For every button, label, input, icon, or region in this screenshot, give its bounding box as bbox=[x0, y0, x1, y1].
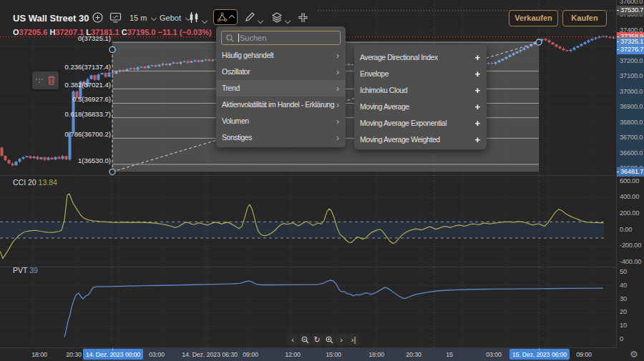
price-tag: 37276.7 bbox=[617, 45, 644, 54]
add-indicator-icon[interactable]: + bbox=[474, 118, 480, 129]
cci-axis-label: 600.00 bbox=[620, 177, 639, 184]
time-axis-label: 20:30 bbox=[406, 351, 421, 358]
pvt-label: PVT 39 bbox=[13, 266, 38, 275]
symbol-title: US Wall Street 30 bbox=[13, 13, 89, 24]
submenu-item-moving-average-weighted[interactable]: Moving Average Weighted+ bbox=[354, 132, 487, 148]
time-axis[interactable]: 18:0020:3003:0014. Dez. 202306:3009:0012… bbox=[0, 348, 644, 361]
date-tag: 14. Dez. 202300:00 bbox=[83, 349, 143, 360]
price-axis[interactable]: 37600.037500.037400.037200.037100.037000… bbox=[617, 0, 644, 348]
pvt-axis-label: 20 bbox=[620, 308, 627, 315]
cci-axis-label: -200.00 bbox=[620, 242, 641, 249]
price-axis-label: 37100.0 bbox=[620, 72, 643, 79]
draw-caret[interactable] bbox=[258, 14, 263, 26]
trading-app: US Wall Street 30 15 m Gebot O37205.6 H3… bbox=[0, 0, 644, 361]
nav-forward-button[interactable]: › bbox=[336, 334, 347, 345]
menu-item-volumen[interactable]: Volumen› bbox=[216, 113, 346, 129]
axis-tick bbox=[112, 348, 113, 351]
menu-item-h-ufig-gehandelt[interactable]: Häufig gehandelt› bbox=[216, 47, 346, 64]
time-axis-label: 12:00 bbox=[285, 351, 301, 358]
fib-level-label: 0.382(37021.4) bbox=[4, 81, 111, 89]
layers-icon bbox=[271, 11, 283, 23]
fib-level-label: 0(37325.1) bbox=[4, 34, 111, 42]
chevron-right-icon: › bbox=[336, 51, 339, 61]
price-axis-label: 36700.0 bbox=[620, 134, 643, 141]
indicators-icon bbox=[217, 12, 228, 22]
pvt-axis-label: 0 bbox=[620, 335, 623, 342]
candles-icon bbox=[188, 11, 200, 24]
search-input[interactable]: Suchen bbox=[221, 31, 341, 45]
time-axis-label: 18:00 bbox=[369, 351, 384, 358]
time-axis-label: 18:00 bbox=[31, 351, 47, 358]
time-axis-label: 06:30 bbox=[222, 351, 238, 358]
nav-back-button[interactable]: ‹ bbox=[287, 334, 298, 345]
monitor-icon[interactable] bbox=[109, 12, 122, 26]
fib-level-label: 0.5(36927.6) bbox=[4, 95, 111, 103]
chevron-right-icon: › bbox=[336, 84, 339, 94]
submenu-item-moving-average[interactable]: Moving Average+ bbox=[354, 99, 487, 115]
pvt-axis-label: 50 bbox=[620, 268, 627, 275]
menu-item-sonstiges[interactable]: Sonstiges› bbox=[216, 129, 346, 146]
sell-button[interactable]: Verkaufen bbox=[509, 10, 558, 26]
menu-item-trend[interactable]: Trend› bbox=[216, 80, 346, 97]
quote-mode-button[interactable]: Gebot bbox=[160, 14, 190, 22]
submenu-item-ichimoku-cloud[interactable]: Ichimoku Cloud+ bbox=[354, 82, 487, 99]
cci-axis-label: 200.00 bbox=[620, 209, 639, 217]
nav-zoom-out-button[interactable] bbox=[299, 334, 311, 345]
time-axis-label: 03:00 bbox=[149, 351, 165, 358]
add-indicator-icon[interactable]: + bbox=[474, 134, 480, 145]
add-indicator-icon[interactable]: + bbox=[474, 85, 480, 96]
add-indicator-icon[interactable]: + bbox=[474, 52, 480, 63]
add-indicator-icon[interactable]: + bbox=[474, 69, 480, 79]
chevron-right-icon: › bbox=[336, 117, 339, 127]
indicators-submenu: Average Directional Index+Envelope+Ichim… bbox=[354, 45, 487, 149]
fib-level-label: 0.236(37137.4) bbox=[4, 63, 111, 71]
indicators-button[interactable] bbox=[213, 9, 238, 25]
price-tag: 36481.7 bbox=[617, 167, 644, 177]
chart-type-button[interactable] bbox=[188, 11, 200, 26]
pencil-icon bbox=[244, 11, 255, 23]
pvt-axis-label: 40 bbox=[620, 282, 627, 289]
submenu-item-average-directional-index[interactable]: Average Directional Index+ bbox=[354, 49, 487, 66]
indicators-menu: Suchen Häufig gehandelt›Oszillator›Trend… bbox=[216, 26, 346, 147]
chevron-right-icon: › bbox=[336, 133, 339, 143]
submenu-item-moving-average-exponential[interactable]: Moving Average Exponential+ bbox=[354, 115, 487, 132]
fib-anchor-handle[interactable] bbox=[109, 46, 115, 52]
fib-anchor-handle[interactable] bbox=[109, 169, 115, 174]
chart-type-caret[interactable] bbox=[203, 14, 207, 26]
search-icon bbox=[226, 34, 234, 42]
price-axis-label: 37600.0 bbox=[620, 0, 643, 5]
panes-icon bbox=[297, 11, 309, 24]
price-axis-label: 37000.0 bbox=[620, 88, 643, 95]
price-axis-label: 36900.0 bbox=[620, 103, 643, 110]
interval-button[interactable]: 15 m bbox=[130, 14, 156, 22]
settings-gear-icon[interactable]: ⚙ bbox=[630, 349, 638, 360]
nav-reset-button[interactable]: ↻ bbox=[311, 334, 323, 345]
menu-item-oszillator[interactable]: Oszillator› bbox=[216, 64, 346, 80]
search-placeholder: Suchen bbox=[240, 34, 266, 42]
panes-button[interactable] bbox=[297, 11, 309, 26]
date-tag: 15. Dez. 202306:00 bbox=[509, 349, 570, 360]
nav-go-to-realtime-button[interactable]: ›| bbox=[348, 334, 359, 345]
time-axis-label: 03:00 bbox=[486, 351, 502, 358]
cci-axis-label: -400.00 bbox=[620, 258, 641, 265]
chevron-right-icon: › bbox=[336, 100, 339, 110]
time-axis-label: 15 bbox=[446, 351, 453, 358]
menu-item-aktienvolatilit-t-im-handel-erkl-rung[interactable]: Aktienvolatilität im Handel - Erklärung› bbox=[216, 97, 346, 113]
cci-label: CCI 20 13.84 bbox=[13, 178, 57, 187]
buy-button[interactable]: Kaufen bbox=[562, 10, 607, 26]
price-axis-label: 37200.0 bbox=[620, 57, 643, 64]
time-axis-label: 09:00 bbox=[576, 351, 592, 358]
submenu-item-envelope[interactable]: Envelope+ bbox=[354, 66, 487, 82]
add-circle-icon[interactable] bbox=[92, 11, 104, 26]
price-axis-label: 36800.0 bbox=[620, 119, 643, 126]
layers-caret[interactable] bbox=[286, 14, 290, 26]
pvt-axis-label: 30 bbox=[620, 295, 627, 302]
time-axis-label: 15:00 bbox=[326, 351, 341, 358]
draw-button[interactable] bbox=[244, 11, 255, 26]
chevron-right-icon: › bbox=[336, 67, 339, 77]
nav-zoom-in-button[interactable] bbox=[323, 334, 335, 345]
fib-anchor-handle[interactable] bbox=[536, 39, 542, 45]
layers-button[interactable] bbox=[271, 11, 283, 26]
add-indicator-icon[interactable]: + bbox=[474, 102, 480, 112]
price-axis-label: 36600.0 bbox=[620, 149, 643, 157]
